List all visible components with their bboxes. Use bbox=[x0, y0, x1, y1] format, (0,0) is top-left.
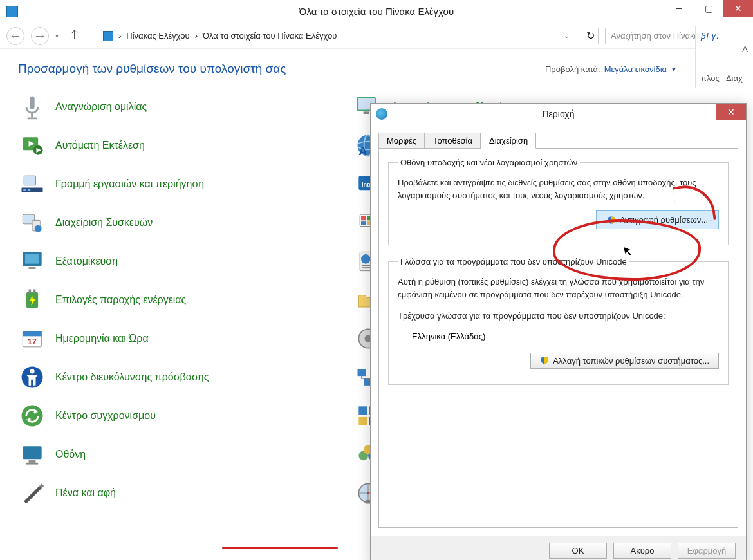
up-button[interactable]: 🡑 bbox=[65, 29, 84, 42]
control-panel-item[interactable]: Οθόνη bbox=[18, 435, 341, 474]
address-bar[interactable]: › Πίνακας Ελέγχου › Όλα τα στοιχεία του … bbox=[91, 28, 575, 44]
dialog-footer: OK Άκυρο Εφαρμογή bbox=[371, 536, 746, 560]
cp-item-label: Αναγνώριση ομιλίας bbox=[55, 100, 147, 114]
cp-item-label: Κέντρο διευκόλυνσης πρόσβασης bbox=[55, 371, 209, 384]
svg-rect-26 bbox=[361, 221, 366, 225]
control-panel-item[interactable]: Επιλογές παροχής ενέργειας bbox=[18, 281, 341, 319]
screen-icon bbox=[18, 440, 46, 469]
tab-admin[interactable]: Διαχείριση bbox=[481, 133, 536, 149]
svg-point-46 bbox=[30, 369, 34, 373]
svg-rect-37 bbox=[33, 290, 36, 294]
mic-icon bbox=[18, 93, 46, 121]
svg-rect-57 bbox=[23, 446, 41, 459]
cp-item-label: Αυτόματη Εκτέλεση bbox=[55, 139, 145, 153]
annotation-underline bbox=[222, 547, 338, 549]
window-titlebar: Όλα τα στοιχεία του Πίνακα Ελέγχου ─ ▢ ✕ bbox=[0, 0, 753, 23]
cancel-button[interactable]: Άκυρο bbox=[613, 543, 671, 559]
control-panel-item[interactable]: Αυτόματη Εκτέλεση bbox=[18, 126, 341, 165]
breadcrumb-current[interactable]: Όλα τα στοιχεία του Πίνακα Ελέγχου bbox=[203, 31, 337, 41]
svg-rect-36 bbox=[29, 290, 32, 294]
cp-item-label: Διαχείριση Συσκευών bbox=[55, 216, 153, 230]
apply-button[interactable]: Εφαρμογή bbox=[678, 543, 736, 559]
group2-text: Αυτή η ρύθμιση (τοπικές ρυθμίσεις) ελέγχ… bbox=[398, 275, 719, 301]
control-panel-item[interactable]: Αναγνώριση ομιλίας bbox=[18, 88, 341, 126]
shield-icon bbox=[607, 216, 616, 225]
tab-formats[interactable]: Μορφές bbox=[378, 133, 425, 149]
play-icon bbox=[18, 131, 46, 160]
page-title: Προσαρμογή των ρυθμίσεων του υπολογιστή … bbox=[18, 62, 286, 76]
svg-rect-55 bbox=[358, 417, 367, 425]
svg-rect-4 bbox=[364, 111, 369, 114]
svg-rect-53 bbox=[358, 406, 367, 415]
cp-item-label: Εξατομίκευση bbox=[55, 255, 118, 268]
sync-icon bbox=[18, 402, 46, 430]
background-window-fragment: βΓγ. Α πλος Διαχ bbox=[695, 26, 753, 88]
back-button[interactable]: 🡐 bbox=[6, 27, 24, 45]
change-locale-button[interactable]: Αλλαγή τοπικών ρυθμίσεων συστήματος... bbox=[530, 353, 719, 369]
control-panel-item[interactable]: Κέντρο διευκόλυνσης πρόσβασης bbox=[18, 358, 341, 397]
svg-rect-41 bbox=[23, 331, 41, 336]
svg-rect-16 bbox=[28, 189, 31, 191]
svg-rect-24 bbox=[361, 216, 366, 220]
view-by-value: Μεγάλα εικονίδια bbox=[604, 64, 667, 74]
refresh-button[interactable]: ↻ bbox=[582, 28, 599, 44]
svg-point-50 bbox=[22, 406, 43, 427]
svg-point-32 bbox=[361, 254, 371, 264]
dialog-close-button[interactable]: ✕ bbox=[716, 104, 746, 120]
chevron-down-icon: ▼ bbox=[671, 66, 677, 73]
cursor-icon bbox=[621, 245, 634, 258]
dialog-title: Περιοχή bbox=[371, 109, 746, 119]
svg-rect-58 bbox=[29, 460, 36, 463]
current-lang-label: Τρέχουσα γλώσσα για τα προγράμματα που δ… bbox=[398, 310, 719, 322]
forward-button[interactable]: 🡒 bbox=[31, 27, 49, 45]
window-title: Όλα τα στοιχεία του Πίνακα Ελέγχου bbox=[0, 6, 753, 17]
cp-item-label: Κέντρο συγχρονισμού bbox=[55, 409, 156, 423]
breadcrumb-root[interactable]: Πίνακας Ελέγχου bbox=[126, 31, 189, 41]
control-panel-item[interactable]: Πένα και αφή bbox=[18, 474, 341, 512]
control-panel-item[interactable]: Γραμμή εργασιών και περιήγηση bbox=[18, 165, 341, 203]
desktop-icon bbox=[18, 247, 46, 275]
svg-rect-17 bbox=[24, 176, 35, 185]
welcome-accounts-group: Οθόνη υποδοχής και νέοι λογαριασμοί χρησ… bbox=[388, 158, 729, 245]
svg-rect-15 bbox=[23, 189, 26, 191]
taskbar-icon bbox=[18, 170, 46, 198]
control-panel-item[interactable]: Εξατομίκευση bbox=[18, 242, 341, 281]
ease-icon bbox=[18, 363, 46, 391]
current-lang-value: Ελληνικά (Ελλάδας) bbox=[398, 325, 719, 353]
svg-text:17: 17 bbox=[28, 337, 37, 346]
group2-legend: Γλώσσα για τα προγράμματα που δεν υποστη… bbox=[398, 257, 629, 266]
tab-location[interactable]: Τοποθεσία bbox=[425, 133, 481, 149]
group1-legend: Οθόνη υποδοχής και νέοι λογαριασμοί χρησ… bbox=[398, 158, 580, 167]
control-panel-item[interactable]: Διαχείριση Συσκευών bbox=[18, 203, 341, 242]
control-panel-item[interactable]: 17 Ημερομηνία και Ώρα bbox=[18, 319, 341, 358]
region-dialog: Περιοχή ✕ Μορφές Τοποθεσία Διαχείριση Οθ… bbox=[370, 103, 747, 560]
view-by-label: Προβολή κατά: bbox=[545, 64, 600, 74]
navigation-toolbar: 🡐 🡒 ▾ 🡑 › Πίνακας Ελέγχου › Όλα τα στοιχ… bbox=[0, 23, 753, 49]
minimize-button[interactable]: ─ bbox=[664, 0, 694, 17]
cp-item-label: Γραμμή εργασιών και περιήγηση bbox=[55, 178, 204, 191]
cp-item-label: Ημερομηνία και Ώρα bbox=[55, 332, 149, 346]
svg-rect-59 bbox=[26, 463, 38, 465]
svg-rect-1 bbox=[31, 113, 33, 117]
cp-item-label: Οθόνη bbox=[55, 448, 86, 462]
calendar-icon: 17 bbox=[18, 324, 46, 353]
maximize-button[interactable]: ▢ bbox=[694, 0, 723, 17]
pen-icon bbox=[18, 479, 46, 507]
svg-rect-34 bbox=[362, 267, 371, 268]
ok-button[interactable]: OK bbox=[549, 543, 607, 559]
non-unicode-group: Γλώσσα για τα προγράμματα που δεν υποστη… bbox=[388, 257, 729, 385]
svg-rect-2 bbox=[28, 118, 37, 120]
svg-rect-47 bbox=[358, 369, 366, 376]
close-button[interactable]: ✕ bbox=[723, 0, 753, 17]
view-by-selector[interactable]: Προβολή κατά: Μεγάλα εικονίδια ▼ bbox=[545, 64, 677, 74]
dialog-titlebar: Περιοχή ✕ bbox=[371, 104, 746, 124]
group1-text: Προβάλετε και αντιγράψτε τις διεθνείς ρυ… bbox=[398, 176, 719, 201]
svg-point-64 bbox=[367, 492, 369, 494]
svg-rect-30 bbox=[29, 267, 36, 269]
svg-point-22 bbox=[35, 225, 42, 232]
address-icon bbox=[103, 31, 113, 41]
svg-rect-29 bbox=[25, 254, 39, 264]
devices-icon bbox=[18, 209, 46, 237]
control-panel-item[interactable]: Κέντρο συγχρονισμού bbox=[18, 397, 341, 435]
copy-settings-button[interactable]: Αντιγραφή ρυθμίσεων... bbox=[596, 210, 719, 229]
